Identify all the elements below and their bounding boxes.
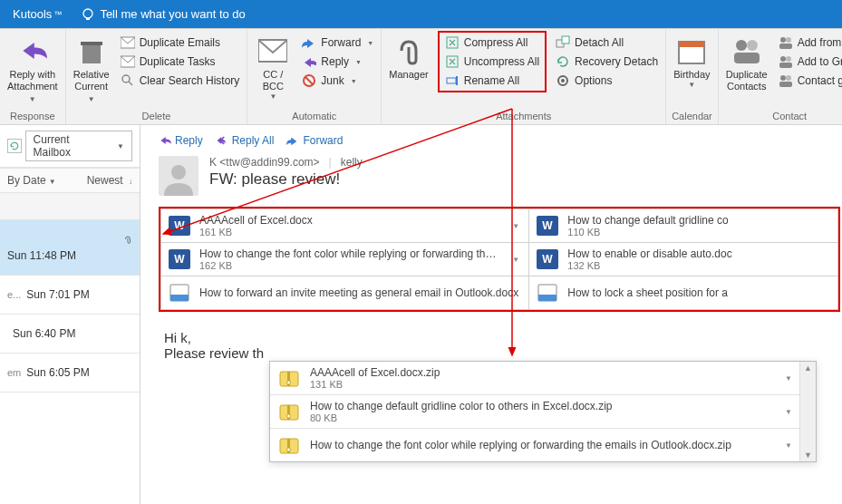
attachment-size: 132 KB <box>567 260 832 271</box>
attachment-name: How to change default gridline co <box>567 214 832 227</box>
sort-direction-button[interactable]: Newest ↓ <box>87 174 132 187</box>
doc-file-icon <box>535 281 560 305</box>
reply-button[interactable]: Reply <box>159 134 203 147</box>
relative-current-button[interactable]: RelativeCurrent ▼ <box>72 31 111 109</box>
attachment-row: AAAAcell of Excel.docx161 KB ▼ How to ch… <box>160 208 838 242</box>
forward-button[interactable]: Forward <box>286 134 343 147</box>
duplicate-tasks-button[interactable]: Duplicate Tasks <box>119 53 242 70</box>
word-file-icon <box>535 247 560 271</box>
message-header: K <ttw@addin99.com>|kelly FW: please rev… <box>151 156 842 203</box>
word-file-icon <box>167 214 192 237</box>
mail-list-item[interactable]: emSun 6:05 PM <box>0 354 140 393</box>
attachment-item[interactable]: How to change default gridline co110 KB <box>529 209 838 242</box>
recovery-icon <box>556 54 570 69</box>
mailbox-dropdown[interactable]: Current Mailbox▼ <box>25 131 132 161</box>
duplicate-contacts-button[interactable]: DuplicateContacts <box>724 31 769 96</box>
group-label-attachments: Attachments <box>387 109 660 124</box>
attachment-item[interactable]: How to lock a sheet position for a <box>529 276 838 309</box>
scroll-up-icon[interactable]: ▲ <box>804 363 812 373</box>
attachment-item[interactable]: How to forward an invite meeting as gene… <box>160 276 529 309</box>
zip-attachment-item[interactable]: How to change default gridline color to … <box>270 395 799 429</box>
attachment-item[interactable]: How to change the font color while reply… <box>160 243 529 276</box>
mail-list-pane: Current Mailbox▼ By Date▼ Newest ↓ Sun 1… <box>0 125 140 504</box>
auto-reply-button[interactable]: Reply▼ <box>300 53 375 70</box>
attachment-item[interactable]: How to enable or disable auto.doc132 KB <box>529 243 838 276</box>
recovery-detach-button[interactable]: Recovery Detach <box>554 53 660 70</box>
chevron-down-icon: ▼ <box>29 95 36 103</box>
group-label-contact: Contact <box>724 109 842 124</box>
birthday-button[interactable]: Birthday▼ <box>672 31 711 93</box>
attachment-size: 131 KB <box>310 379 776 390</box>
body-line: Please review th <box>164 345 842 361</box>
zip-attachments-popup: AAAAcell of Excel.docx.zip131 KB ▼ How t… <box>269 361 817 462</box>
attachment-name: AAAAcell of Excel.docx <box>199 214 501 227</box>
ribbon-group-attachments: Manager Compress All Uncompress All Rena… <box>382 29 666 124</box>
ribbon-group-delete: RelativeCurrent ▼ Duplicate Emails Dupli… <box>66 29 248 124</box>
mail-time: Sun 6:40 PM <box>13 327 132 340</box>
detach-all-button[interactable]: Detach All <box>554 34 660 51</box>
people-icon <box>732 36 761 65</box>
mail-list-sort: By Date▼ Newest ↓ <box>0 168 140 193</box>
reply-with-attachment-button[interactable]: Reply withAttachment ▼ <box>5 31 60 109</box>
ribbon-group-response: Reply withAttachment ▼ Response <box>0 29 66 124</box>
contact-group-button[interactable]: Contact gro <box>777 73 842 89</box>
attachment-options-button[interactable]: Options <box>554 73 660 89</box>
zip-attachment-item[interactable]: AAAAcell of Excel.docx.zip131 KB ▼ <box>270 362 799 395</box>
envelope-icon <box>258 36 287 65</box>
refresh-icon <box>9 141 20 151</box>
group-label-response: Response <box>5 109 60 124</box>
refresh-button[interactable] <box>7 139 22 153</box>
chevron-down-icon[interactable]: ▼ <box>508 256 523 264</box>
word-file-icon <box>167 247 192 271</box>
gear-icon <box>556 73 570 88</box>
chevron-down-icon[interactable]: ▼ <box>508 222 523 230</box>
attachment-item[interactable]: AAAAcell of Excel.docx161 KB ▼ <box>160 209 529 242</box>
tab-kutools[interactable]: Kutools™ <box>0 0 74 28</box>
detach-icon <box>556 35 570 50</box>
sort-by-button[interactable]: By Date▼ <box>7 174 56 187</box>
compress-all-button[interactable]: Compress All <box>443 34 541 51</box>
zip-file-icon <box>277 400 301 423</box>
chevron-down-icon[interactable]: ▼ <box>785 408 792 416</box>
reply-attachment-icon <box>18 36 47 65</box>
tell-me-search[interactable]: Tell me what you want to do <box>74 0 842 28</box>
reply-all-button[interactable]: Reply All <box>216 134 275 147</box>
forward-icon <box>286 134 299 147</box>
mail-list-item[interactable]: e...Sun 7:01 PM <box>0 276 140 315</box>
add-group-icon <box>779 54 793 69</box>
attachment-icon <box>123 233 132 246</box>
rename-all-button[interactable]: Rename All <box>443 73 541 89</box>
calendar-icon <box>677 36 706 65</box>
chevron-down-icon[interactable]: ▼ <box>785 374 792 383</box>
attachment-manager-button[interactable]: Manager <box>387 31 430 84</box>
zip-file-icon <box>277 366 301 390</box>
ccbcc-button[interactable]: CC / BCC▼ <box>253 31 293 105</box>
uncompress-all-button[interactable]: Uncompress All <box>443 53 541 70</box>
scroll-down-icon[interactable]: ▼ <box>804 451 812 460</box>
add-from-message-button[interactable]: Add from M <box>777 34 842 51</box>
attachment-name: How to enable or disable auto.doc <box>567 247 832 260</box>
duplicate-emails-button[interactable]: Duplicate Emails <box>119 34 242 51</box>
trash-icon <box>77 36 106 65</box>
subject: FW: please review! <box>209 170 363 189</box>
envelope-icon <box>121 35 135 50</box>
junk-button[interactable]: Junk▼ <box>300 73 375 89</box>
reading-pane-actions: Reply Reply All Forward <box>151 132 842 156</box>
add-to-group-button[interactable]: Add to Gro <box>777 53 842 70</box>
group-label-calendar: Calendar <box>672 109 712 124</box>
chevron-down-icon[interactable]: ▼ <box>785 441 792 450</box>
zip-attachment-item[interactable]: How to change the font color while reply… <box>270 429 799 461</box>
attachment-name: How to forward an invite meeting as gene… <box>199 286 523 299</box>
auto-forward-button[interactable]: Forward▼ <box>300 34 375 51</box>
clear-search-history-button[interactable]: Clear Search History <box>119 73 242 89</box>
attachment-row: How to change the font color while reply… <box>160 242 838 276</box>
chevron-down-icon: ▼ <box>688 81 695 90</box>
mail-list-item[interactable]: Sun 11:48 PM <box>0 220 140 276</box>
tell-me-label: Tell me what you want to do <box>100 7 245 21</box>
scrollbar[interactable]: ▲ ▼ <box>799 362 816 461</box>
add-person-icon <box>779 35 793 50</box>
doc-file-icon <box>167 281 192 305</box>
rename-icon <box>445 73 460 88</box>
ribbon-group-calendar: Birthday▼ Calendar <box>666 29 719 124</box>
mail-list-item[interactable]: Sun 6:40 PM <box>0 315 140 354</box>
